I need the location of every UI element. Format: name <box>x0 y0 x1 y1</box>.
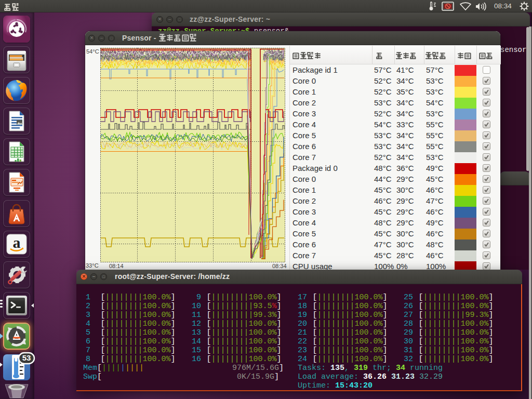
svg-text:a: a <box>13 234 21 251</box>
svg-text:53: 53 <box>22 353 31 362</box>
